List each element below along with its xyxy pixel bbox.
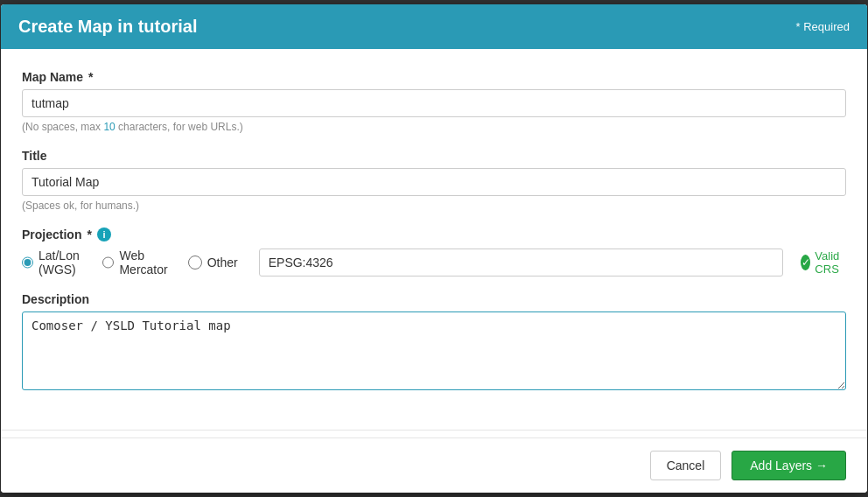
- radio-lat-lon[interactable]: Lat/Lon (WGS): [22, 248, 85, 276]
- radio-web-mercator[interactable]: Web Mercator: [102, 248, 170, 276]
- map-name-group: Map Name * tutmap (No spaces, max 10 cha…: [22, 70, 846, 133]
- radio-other-input[interactable]: [188, 256, 202, 270]
- map-name-input[interactable]: tutmap: [22, 89, 846, 117]
- map-name-hint-highlight: 10: [103, 121, 115, 133]
- description-label: Description: [22, 292, 846, 306]
- footer-divider: [1, 430, 867, 430]
- valid-crs-check-icon: ✓: [801, 255, 810, 270]
- modal-title: Create Map in tutorial: [18, 17, 197, 37]
- required-note: * Required: [796, 20, 850, 33]
- title-input[interactable]: [22, 168, 846, 196]
- cancel-button[interactable]: Cancel: [650, 451, 722, 480]
- title-label: Title: [22, 149, 846, 163]
- map-name-label: Map Name *: [22, 70, 846, 84]
- modal-overlay: Create Map in tutorial * Required Map Na…: [0, 0, 868, 497]
- radio-other-label: Other: [207, 256, 238, 270]
- description-textarea[interactable]: Comoser / YSLD Tutorial map: [22, 312, 846, 390]
- projection-required-star: *: [87, 228, 91, 242]
- crs-input[interactable]: [259, 248, 784, 276]
- add-layers-button[interactable]: Add Layers →: [732, 451, 846, 480]
- projection-group: Projection * i Lat/Lon (WGS) Web Mercato…: [22, 228, 846, 276]
- radio-web-mercator-input[interactable]: [102, 256, 114, 270]
- radio-lat-lon-label: Lat/Lon (WGS): [38, 248, 85, 276]
- map-name-required-star: *: [88, 70, 93, 84]
- create-map-modal: Create Map in tutorial * Required Map Na…: [1, 4, 867, 493]
- projection-options: Lat/Lon (WGS) Web Mercator Other ✓ Valid…: [22, 248, 846, 276]
- description-group: Description Comoser / YSLD Tutorial map: [22, 292, 846, 393]
- map-name-hint: (No spaces, max 10 characters, for web U…: [22, 121, 846, 133]
- radio-web-mercator-label: Web Mercator: [119, 248, 170, 276]
- valid-crs-label: Valid CRS: [815, 249, 846, 276]
- map-name-label-text: Map Name: [22, 70, 83, 84]
- radio-lat-lon-input[interactable]: [22, 256, 33, 270]
- projection-label: Projection * i: [22, 228, 846, 242]
- title-hint: (Spaces ok, for humans.): [22, 200, 846, 212]
- projection-label-text: Projection: [22, 228, 81, 242]
- valid-crs-indicator: ✓ Valid CRS: [801, 249, 846, 276]
- radio-other[interactable]: Other: [188, 256, 238, 270]
- title-label-text: Title: [22, 149, 47, 163]
- title-group: Title (Spaces ok, for humans.): [22, 149, 846, 212]
- description-label-text: Description: [22, 292, 89, 306]
- modal-footer: Cancel Add Layers →: [1, 438, 867, 493]
- projection-info-icon[interactable]: i: [97, 228, 111, 242]
- modal-body: Map Name * tutmap (No spaces, max 10 cha…: [1, 49, 867, 423]
- modal-header: Create Map in tutorial * Required: [1, 4, 867, 49]
